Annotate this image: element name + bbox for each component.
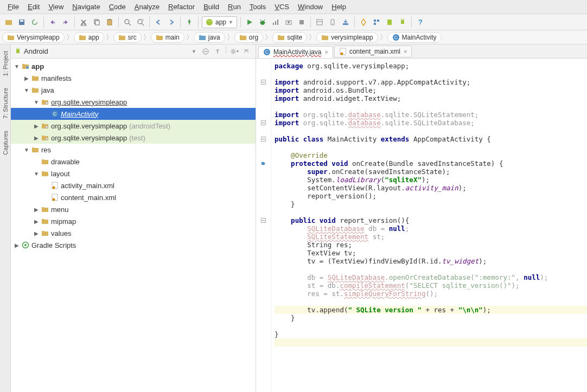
tree-node-menu[interactable]: ▶menu xyxy=(11,203,256,215)
android-logo-icon[interactable] xyxy=(397,16,409,28)
tree-node-org-sqlite-verysimpleapp[interactable]: ▼org.sqlite.verysimpleapp xyxy=(11,96,256,108)
breadcrumb-mainactivity[interactable]: CMainActivity xyxy=(387,32,442,43)
menu-build[interactable]: Build xyxy=(199,3,224,11)
tree-node-drawable[interactable]: drawable xyxy=(11,156,256,168)
menu-view[interactable]: View xyxy=(44,3,68,11)
code-line[interactable]: package org.sqlite.verysimpleapp; xyxy=(275,62,587,70)
code-line[interactable]: tv.append(" SQLite version " + res + "\n… xyxy=(275,306,587,314)
code-line[interactable]: setContentView(R.layout.activity_main); xyxy=(275,184,587,192)
code-line[interactable]: } xyxy=(275,314,587,322)
code-line[interactable]: import org.sqlite.database.sqlite.SQLite… xyxy=(275,119,587,127)
avd-manager-icon[interactable] xyxy=(327,16,339,28)
code-line[interactable]: } xyxy=(275,330,587,338)
copy-icon[interactable] xyxy=(91,16,103,28)
code-line[interactable]: System.loadLibrary("sqliteX"); xyxy=(275,176,587,184)
code-line[interactable]: String res; xyxy=(275,241,587,249)
menu-file[interactable]: File xyxy=(3,3,23,11)
menu-refactor[interactable]: Refactor xyxy=(164,3,199,11)
settings-gear-icon[interactable]: ▾ xyxy=(229,46,240,57)
breadcrumb-app[interactable]: app xyxy=(74,32,104,43)
code-line[interactable]: tv = (TextView)findViewById(R.id.tv_widg… xyxy=(275,257,587,265)
code-line[interactable] xyxy=(275,70,587,78)
collapse-all-icon[interactable] xyxy=(200,46,211,57)
menu-tools[interactable]: Tools xyxy=(245,3,270,11)
code-line[interactable]: res = st.simpleQueryForString(); xyxy=(275,290,587,298)
project-structure-icon[interactable] xyxy=(371,16,382,28)
sync-icon[interactable] xyxy=(29,16,41,28)
debug-icon[interactable] xyxy=(257,16,269,28)
code-line[interactable]: import org.sqlite.database.sqlite.SQLite… xyxy=(275,111,587,119)
attach-icon[interactable] xyxy=(283,16,295,28)
code-line[interactable]: db = SQLiteDatabase.openOrCreateDatabase… xyxy=(275,273,587,281)
tree-node-res[interactable]: ▼res xyxy=(11,144,256,156)
breadcrumb-verysimpleapp[interactable]: verysimpleapp xyxy=(316,32,378,43)
code-line[interactable]: import android.widget.TextView; xyxy=(275,94,587,102)
code-line[interactable]: @Override xyxy=(275,151,587,159)
code-line[interactable] xyxy=(275,322,587,330)
breadcrumb-java[interactable]: java xyxy=(194,32,225,43)
menu-help[interactable]: Help xyxy=(327,3,350,11)
menu-vcs[interactable]: VCS xyxy=(270,3,294,11)
back-icon[interactable] xyxy=(152,16,164,28)
code-line[interactable]: TextView tv; xyxy=(275,249,587,257)
breadcrumb-sqlite[interactable]: sqlite xyxy=(272,32,307,43)
code-line[interactable]: public class MainActivity extends AppCom… xyxy=(275,135,587,143)
open-icon[interactable] xyxy=(3,16,15,28)
tree-node-manifests[interactable]: ▶manifests xyxy=(11,72,256,84)
run-icon[interactable] xyxy=(244,16,256,28)
menu-analyze[interactable]: Analyze xyxy=(130,3,164,11)
code-line[interactable]: st = db.compileStatement("SELECT sqlite_… xyxy=(275,281,587,290)
tool-tab-structure[interactable]: 7: Structure xyxy=(1,83,10,123)
tree-node-mipmap[interactable]: ▶mipmap xyxy=(11,215,256,227)
tree-node-gradle-scripts[interactable]: ▶Gradle Scripts xyxy=(11,239,256,251)
code-line[interactable]: } xyxy=(275,200,587,208)
close-tab-icon[interactable]: × xyxy=(404,48,407,55)
code-line[interactable]: SQLiteStatement st; xyxy=(275,233,587,241)
code-line[interactable] xyxy=(275,338,587,346)
editor-tab-mainactivity-java[interactable]: CMainActivity.java× xyxy=(258,46,333,58)
paste-icon[interactable] xyxy=(104,16,116,28)
help-icon[interactable]: ? xyxy=(414,16,426,28)
code-line[interactable] xyxy=(275,102,587,111)
find-icon[interactable] xyxy=(122,16,133,28)
breadcrumb-verysimpleapp[interactable]: Verysimpleapp xyxy=(2,32,65,43)
layout-icon[interactable] xyxy=(314,16,326,28)
code-line[interactable]: report_version(); xyxy=(275,192,587,200)
profile-icon[interactable] xyxy=(270,16,282,28)
code-body[interactable]: package org.sqlite.verysimpleapp;import … xyxy=(271,59,587,392)
code-line[interactable]: import android.support.v7.app.AppCompatA… xyxy=(275,78,587,86)
code-line[interactable] xyxy=(275,208,587,216)
code-line[interactable]: super.onCreate(savedInstanceState); xyxy=(275,168,587,176)
code-line[interactable]: SQLiteDatabase db = null; xyxy=(275,224,587,233)
replace-icon[interactable] xyxy=(135,16,146,28)
code-line[interactable]: public void report_version(){ xyxy=(275,216,587,224)
tool-tab-captures[interactable]: Captures xyxy=(1,126,10,159)
save-icon[interactable] xyxy=(16,16,28,28)
tree-node-values[interactable]: ▶values xyxy=(11,227,256,239)
menu-navigate[interactable]: Navigate xyxy=(68,3,104,11)
code-line[interactable]: protected void onCreate(Bundle savedInst… xyxy=(275,159,587,168)
code-line[interactable] xyxy=(275,265,587,273)
project-view-selector[interactable]: Android ▼ xyxy=(14,47,200,55)
code-line[interactable] xyxy=(275,298,587,306)
cut-icon[interactable] xyxy=(78,16,90,28)
stop-icon[interactable] xyxy=(296,16,308,28)
hide-icon[interactable] xyxy=(241,46,252,57)
menu-window[interactable]: Window xyxy=(294,3,327,11)
code-line[interactable] xyxy=(275,143,587,151)
undo-icon[interactable] xyxy=(47,16,59,28)
run-config-selector[interactable]: app ▼ xyxy=(202,16,237,28)
sdk-manager-icon[interactable] xyxy=(340,16,352,28)
tree-node-content-main-xml[interactable]: content_main.xml xyxy=(11,191,256,203)
menu-edit[interactable]: Edit xyxy=(23,3,44,11)
device-manager-icon[interactable] xyxy=(384,16,395,28)
code-line[interactable]: import android.os.Bundle; xyxy=(275,86,587,94)
breadcrumb-org[interactable]: org xyxy=(234,32,263,43)
tree-node-org-sqlite-verysimpleapp[interactable]: ▶org.sqlite.verysimpleapp(androidTest) xyxy=(11,120,256,132)
code-editor[interactable]: ⬆● package org.sqlite.verysimpleapp;impo… xyxy=(256,59,587,392)
menu-run[interactable]: Run xyxy=(224,3,245,11)
forward-icon[interactable] xyxy=(165,16,177,28)
tree-node-activity-main-xml[interactable]: activity_main.xml xyxy=(11,179,256,191)
tree-node-java[interactable]: ▼java xyxy=(11,84,256,96)
tree-node-org-sqlite-verysimpleapp[interactable]: ▶org.sqlite.verysimpleapp(test) xyxy=(11,132,256,144)
